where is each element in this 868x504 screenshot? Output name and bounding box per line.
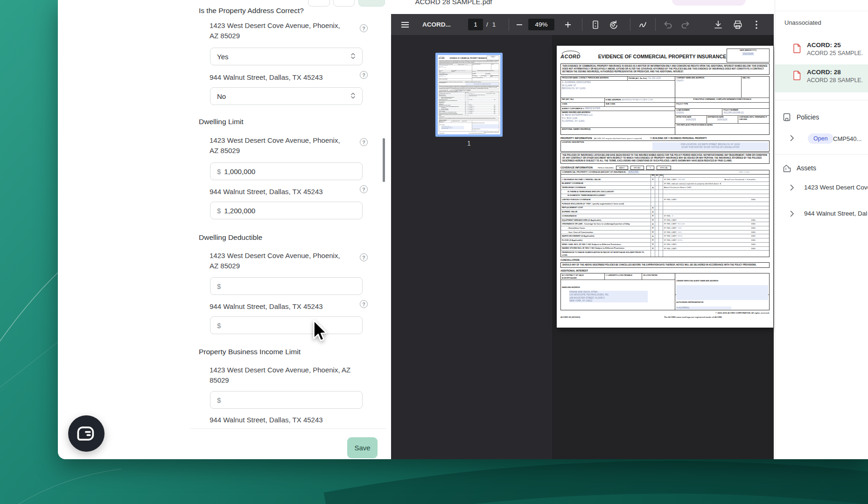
save-button[interactable]: Save: [347, 437, 378, 458]
help-icon[interactable]: ?: [360, 24, 368, 32]
rotate-icon[interactable]: [607, 14, 620, 35]
fit-page-icon[interactable]: [589, 14, 602, 35]
acord-effective-value: 3/09/2025: [472, 76, 481, 77]
top-right-action-button[interactable]: [672, 0, 746, 6]
address-text: 944 Walnut Street, Dallas, TX 45243: [210, 301, 350, 312]
coverage-row-condition: IF YES, LIMIT:: [664, 198, 677, 201]
coverage-row-condition: IF YES, LIMIT:: [664, 235, 677, 238]
currency-prefix: $: [217, 396, 221, 404]
coverage-row-label: PERMISSION TO WAIVE SUBROGATION IN FAVOR…: [439, 114, 465, 116]
acord-lender-agent-cell: LENDER SERVICING AGENT NAME AND ADDRESS: [675, 273, 769, 295]
acord-amount-row: COMMERCIAL PROPERTY COVERAGE AMOUNT OF I…: [560, 170, 770, 174]
coverage-row-detail: IF YES, LIMIT: DED:: [663, 198, 769, 202]
acord-lender-agent-cell: LENDER SERVICING AGENT NAME AND ADDRESS: [472, 121, 499, 127]
chevron-right-icon[interactable]: [790, 210, 794, 219]
coverage-row: LIMITED FUNGUS COVERAGE IF YES, LIMIT: D…: [561, 197, 769, 202]
coverage-row-detail: [663, 210, 769, 214]
coverage-row-limit-value: 10%: [678, 227, 682, 230]
coverage-row-condition: IF YES, LIMIT:: [664, 239, 677, 242]
zoom-level-input[interactable]: 49%: [528, 19, 554, 30]
redo-icon[interactable]: [679, 14, 693, 35]
help-icon[interactable]: ?: [360, 185, 368, 193]
coverage-row-condition: IF YES, LIMIT:: [664, 178, 677, 181]
acord-replaces-cell: THIS REPLACES PRIOR EVIDENCE DATED:: [675, 124, 769, 134]
form-scrollbar-thumb[interactable]: [383, 138, 385, 182]
acord-additional-insured-cell: ADDITIONAL NAMED INSURED(S): [561, 128, 675, 134]
chat-widget-button[interactable]: [68, 415, 105, 452]
chevron-right-icon[interactable]: [790, 184, 794, 193]
address-correct-select-2[interactable]: No: [210, 87, 363, 105]
address-text: 944 Walnut Street, Dallas, TX 45243: [210, 72, 350, 83]
print-icon[interactable]: [731, 14, 745, 35]
dwelling-deductible-input-1[interactable]: $: [210, 277, 363, 295]
acord-company-value: Lloyd's: [676, 79, 740, 83]
dwelling-limit-input-2[interactable]: $ 1,200,000: [210, 202, 363, 219]
help-icon[interactable]: ?: [360, 300, 368, 308]
policy-status-badge[interactable]: Open: [808, 133, 833, 144]
acord-date-value: 3/12/2025: [742, 52, 754, 56]
coverage-row-detail: [663, 194, 769, 198]
acord-additional-interest-label: ADDITIONAL INTEREST: [560, 269, 770, 273]
form-header-button-1[interactable]: [308, 0, 330, 7]
acord-email-label: E-MAIL ADDRESS:: [452, 70, 456, 71]
coverage-row-label: - Incr. Cost of Construction: [561, 231, 651, 234]
file-title: ACORD: 28: [807, 69, 841, 76]
section-label-property-business-income: Property Business Income Limit: [199, 348, 301, 356]
coverage-row: - Demolition Costs IF YES, LIMIT: 10% DE…: [561, 226, 769, 230]
acord-perils-special: SPECIAL: [657, 166, 671, 170]
file-item-acord-28[interactable]: ACORD: 28 ACORD 28 SAMPLE.: [775, 64, 868, 92]
policies-icon: [783, 113, 791, 124]
coverage-row-condition: Attach Disclosure Notice / DEC: [664, 186, 692, 189]
acord-effective-value: 3/09/2025: [676, 119, 705, 122]
coverage-row-marks: [651, 214, 663, 218]
acord-agency-label: AGENCY CUSTOMER ID #:: [562, 108, 584, 110]
acord-ai-lenders-loss-payable: ☐ LENDER'S LOSS PAYABLE: [604, 273, 642, 280]
file-item-acord-25[interactable]: ACORD: 25 ACORD 25 SAMPLE.: [775, 37, 868, 63]
section-label-dwelling-limit: Dwelling Limit: [199, 118, 244, 126]
form-header-button-2[interactable]: [333, 0, 355, 7]
business-income-input-1[interactable]: $: [210, 391, 363, 409]
file-title: ACORD: 25: [807, 42, 841, 49]
acord-coverage-table: YES NO N/A ☐ BUSINESS INCOME ☐ RENTAL VA…: [439, 92, 499, 116]
group-label-unassociated: Unassociated: [784, 19, 821, 26]
pdf-toolbar: ACORD... 1 / 1 49%: [391, 14, 774, 35]
menu-icon[interactable]: [398, 14, 413, 35]
zoom-out-icon[interactable]: [513, 14, 525, 35]
currency-prefix: $: [217, 168, 221, 175]
address-text: 1423 West Desert Cove Avenue, Phoenix, A…: [210, 365, 360, 385]
undo-icon[interactable]: [661, 14, 675, 35]
acord-ai-mortgagee: ☒ MORTGAGEE: [439, 122, 451, 123]
page-number-input[interactable]: 1: [468, 19, 483, 30]
acord-property-info-label: PROPERTY INFORMATION: [560, 137, 592, 140]
coverage-row: ORDINANCE OR LAW - Coverage for loss to …: [561, 222, 769, 226]
thumbnail-page-number: 1: [435, 140, 503, 147]
acord-continued-label: CONTINUED UNTIL TERMINATED IF CHECKED: [739, 116, 767, 120]
help-icon[interactable]: ?: [360, 138, 368, 146]
acord-producer-cell: PRODUCER NAME, CONTACT PERSON AND ADDRES…: [439, 64, 472, 70]
address-correct-select-1[interactable]: Yes: [210, 48, 363, 65]
acord-expiration-value: 3/09/2026: [708, 119, 737, 122]
dwelling-deductible-input-2[interactable]: $: [210, 316, 363, 334]
acord-named-insured-cell: NAMED INSURED AND ADDRESS M. BENZ ENTERP…: [561, 111, 675, 128]
acord-expiration-value: 3/09/2026: [482, 76, 490, 77]
acord-producer-grid: PRODUCER NAME, CONTACT PERSON AND ADDRES…: [439, 64, 499, 81]
download-icon[interactable]: [711, 14, 725, 35]
help-icon[interactable]: ?: [360, 71, 368, 79]
acord-coverage-table: YES NO N/A ☐ BUSINESS INCOME ☐ RENTAL VA…: [560, 174, 770, 257]
help-icon[interactable]: ?: [360, 253, 368, 261]
page-thumbnail-selected[interactable]: ACORD EVIDENCE OF COMMERCIAL PROPERTY IN…: [435, 53, 503, 137]
form-scroll-area[interactable]: Is the Property Address Correct? 1423 We…: [190, 0, 386, 428]
acord-trademark-note: The ACORD name and logo are registered m…: [616, 316, 770, 319]
zoom-in-icon[interactable]: [562, 14, 574, 35]
more-options-icon[interactable]: [750, 14, 763, 35]
coverage-row-condition: IF YES, LIMIT:: [664, 247, 677, 250]
coverage-row-limit-value: %: [672, 215, 674, 217]
acord-disclaimer: THIS EVIDENCE OF COMMERCIAL PROPERTY INS…: [439, 60, 499, 63]
chevron-right-icon[interactable]: [790, 135, 794, 143]
acord-date-box: DATE (MM/DD/YYYY) 3/12/2025: [487, 56, 499, 60]
acord-agency-value: MBENZ ENTER: [585, 107, 600, 110]
acord-additional-interest-grid: ☒ CONTRACT OF SALE ☒ MORTGAGEE ☐ LENDER'…: [439, 121, 499, 132]
dwelling-limit-input-1[interactable]: $ 1,000,000: [210, 162, 363, 180]
form-header-button-3[interactable]: [358, 0, 385, 7]
annotate-pen-icon[interactable]: [637, 14, 651, 35]
